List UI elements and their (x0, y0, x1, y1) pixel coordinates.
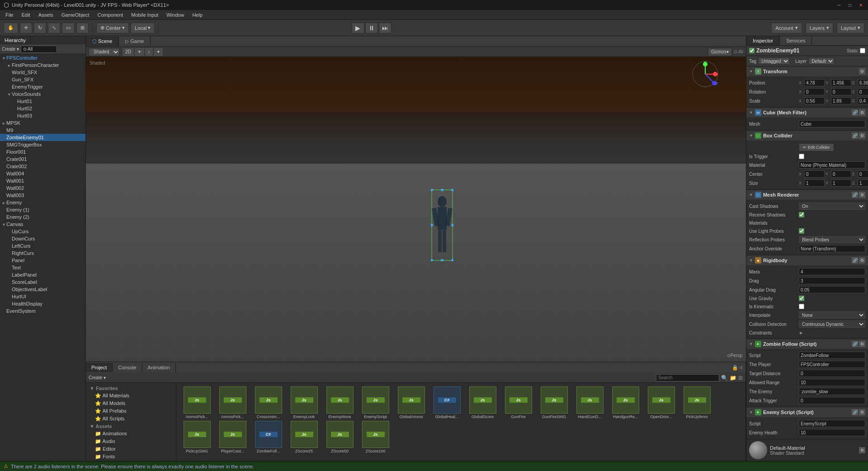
scale-x[interactable] (804, 97, 825, 104)
menu-component[interactable]: Component (94, 11, 127, 19)
h-item-wall002[interactable]: Wall002 (0, 184, 85, 192)
cast-shadows-dropdown[interactable]: On (799, 203, 865, 210)
tab-animation[interactable]: Animation (142, 363, 176, 372)
asset-enemymove[interactable]: Js EnemyMove (323, 386, 357, 419)
drag-value[interactable] (799, 277, 865, 284)
tool-scale[interactable]: ⤡ (48, 23, 60, 33)
is-kinematic-checkbox[interactable] (799, 304, 804, 309)
material-value[interactable] (799, 161, 865, 169)
reflection-probes-dropdown[interactable]: Blend Probes (799, 236, 865, 243)
box-collider-settings-button[interactable]: ⚙ (859, 132, 865, 139)
h-item-fps[interactable]: ▼FPSController (0, 54, 85, 61)
zf-allowed-range-value[interactable] (799, 379, 865, 386)
mesh-renderer-header[interactable]: ▼ ⬡ Mesh Renderer 🔗 ⚙ (746, 190, 868, 200)
es-script-value[interactable] (799, 420, 865, 427)
box-collider-link-button[interactable]: 🔗 (852, 132, 858, 139)
asset-opendoor[interactable]: Js OpenDoor... (644, 386, 678, 419)
h-item-canvas[interactable]: ▼Canvas (0, 221, 85, 228)
use-light-probes-checkbox[interactable] (799, 228, 804, 234)
transform-header[interactable]: ▼ T Transform ⚙ (746, 66, 868, 76)
favorites-header[interactable]: ▼ Favorites (88, 385, 174, 392)
space-mode-button[interactable]: Local ▾ (131, 23, 155, 33)
h-item-objectiveslabel[interactable]: ObjectivesLabel (0, 286, 85, 293)
center-y[interactable] (831, 170, 851, 178)
mesh-filter-settings-button[interactable]: ⚙ (859, 109, 865, 116)
zf-player-value[interactable] (799, 361, 865, 368)
is-trigger-checkbox[interactable] (799, 154, 804, 159)
h-item-voice-sounds[interactable]: ▼VoiceSounds (0, 90, 85, 98)
project-more-icon[interactable]: ≡ (740, 365, 743, 370)
tree-all-prefabs[interactable]: ⭐ All Prefabs (88, 407, 174, 415)
tree-materials[interactable]: 📁 Materials (88, 461, 174, 461)
scene-view[interactable]: Shaded X Y (86, 57, 746, 362)
effects-toggle[interactable]: ✦ (154, 48, 163, 56)
h-item-mpsk[interactable]: ►MPSK (0, 119, 85, 127)
menu-assets[interactable]: Assets (35, 11, 57, 19)
2d-toggle[interactable]: 2D (123, 48, 134, 56)
asset-globalscore[interactable]: Js GlobalScore (466, 386, 500, 419)
tool-multi[interactable]: ⊞ (76, 23, 89, 33)
tool-rotate[interactable]: ↻ (34, 23, 46, 33)
h-item-downcurs[interactable]: DownCurs (0, 235, 85, 242)
h-item-crate002[interactable]: Crate002 (0, 163, 85, 170)
box-collider-header[interactable]: ▼ ⬡ Box Collider 🔗 ⚙ (746, 131, 868, 141)
tree-editor[interactable]: 📁 Editor (88, 445, 174, 453)
object-enabled-checkbox[interactable] (749, 48, 755, 53)
receive-shadows-checkbox[interactable] (799, 212, 804, 217)
h-item-hurtui[interactable]: HurtUI (0, 293, 85, 300)
mass-value[interactable] (799, 268, 865, 275)
h-item-enemy1[interactable]: Enemy (1) (0, 206, 85, 213)
scale-z[interactable] (858, 97, 868, 104)
constraints-arrow[interactable]: ► (799, 330, 804, 335)
project-search[interactable] (656, 374, 719, 382)
collision-detection-dropdown[interactable]: Continuous Dynamic (799, 320, 865, 328)
tool-rect[interactable]: ▭ (62, 23, 75, 33)
menu-mobile-input[interactable]: Mobile Input (127, 11, 162, 19)
tab-project[interactable]: Project (86, 363, 113, 372)
grid-view-icon[interactable]: ⊞ (738, 375, 743, 381)
h-item-hurt02[interactable]: Hurt02 (0, 105, 85, 112)
lighting-toggle[interactable]: ☀ (135, 48, 144, 56)
asset-zombiefoll[interactable]: C# ZombieFoll... (251, 421, 285, 453)
asset-pickupsmg[interactable]: Js PickUpSMG (180, 421, 214, 453)
asset-globalheal[interactable]: C# GlobalHeal... (430, 386, 464, 419)
project-lock-icon[interactable]: 🔒 (732, 365, 738, 371)
rotation-z[interactable] (858, 88, 868, 95)
h-item-text[interactable]: Text (0, 264, 85, 271)
h-item-world-sfx[interactable]: World_SFX (0, 69, 85, 76)
h-item-healthdisplay[interactable]: HealthDisplay (0, 300, 85, 307)
gizmos-button[interactable]: Gizmos ▾ (708, 48, 732, 56)
material-edit-button[interactable]: ⚙ (859, 447, 865, 453)
zf-enemy-value[interactable] (799, 388, 865, 395)
layer-dropdown[interactable]: Default (808, 57, 835, 65)
asset-ammopick2[interactable]: Js AmmoPick... (216, 386, 250, 419)
tree-audio[interactable]: 📁 Audio (88, 438, 174, 445)
h-item-zombie[interactable]: ZombieEnemy01 (0, 134, 85, 141)
zombie-follow-link-button[interactable]: 🔗 (852, 341, 858, 347)
zombie-follow-settings-button[interactable]: ⚙ (859, 341, 865, 347)
play-button[interactable]: ▶ (352, 23, 364, 33)
asset-zscore50[interactable]: Js ZScore50 (323, 421, 357, 453)
menu-gameobject[interactable]: GameObject (58, 11, 93, 19)
mesh-filter-link-button[interactable]: 🔗 (852, 109, 858, 116)
menu-window[interactable]: Window (163, 11, 188, 19)
tree-all-materials[interactable]: ⭐ All Materials (88, 392, 174, 400)
position-x[interactable] (804, 79, 825, 86)
layout-dropdown[interactable]: Layout ▾ (837, 23, 864, 33)
h-item-wall004[interactable]: Wall004 (0, 170, 85, 177)
menu-edit[interactable]: Edit (18, 11, 34, 19)
asset-playercast[interactable]: Js PlayerCast... (216, 421, 250, 453)
asset-crossanim[interactable]: Js CrossAnim... (251, 386, 285, 419)
h-item-wall003[interactable]: Wall003 (0, 192, 85, 199)
mesh-filter-header[interactable]: ▼ M Cube (Mesh Filter) 🔗 ⚙ (746, 108, 868, 118)
tab-console[interactable]: Console (113, 363, 142, 372)
center-x[interactable] (804, 170, 825, 178)
tab-inspector[interactable]: Inspector (746, 36, 780, 45)
hierarchy-search[interactable] (21, 46, 57, 53)
asset-zscore100[interactable]: Js ZScore100 (359, 421, 392, 453)
asset-gunfiresmg[interactable]: Js GunFireSMG (537, 386, 571, 419)
h-item-enemy-trigger[interactable]: EnemyTrigger (0, 83, 85, 90)
h-item-enemy2[interactable]: Enemy (2) (0, 213, 85, 221)
zf-target-dist-value[interactable] (799, 370, 865, 377)
position-y[interactable] (831, 79, 851, 86)
